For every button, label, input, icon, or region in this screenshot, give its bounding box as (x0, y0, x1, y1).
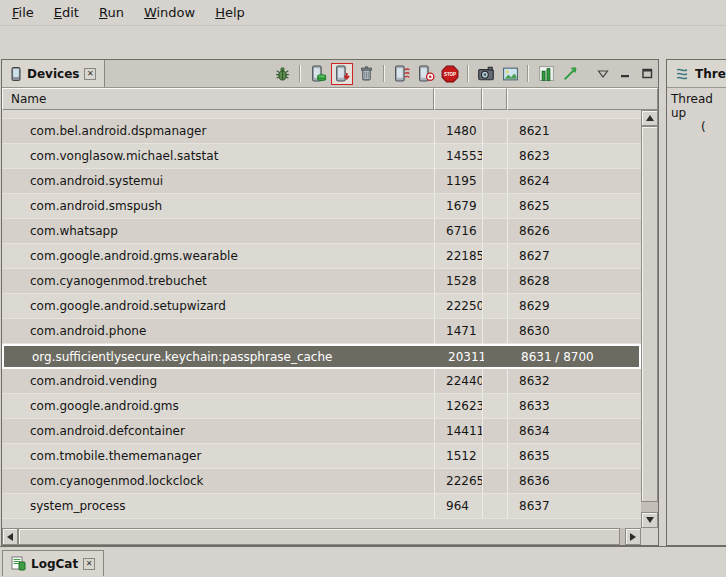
horizontal-scrollbar-area (2, 528, 658, 545)
device-row[interactable]: com.cyanogenmod.trebuchet 1528 8628 (2, 269, 641, 294)
panel-sash[interactable] (659, 59, 666, 546)
process-gap-cell (482, 269, 507, 293)
method-profiling-icon[interactable] (415, 63, 437, 85)
device-row[interactable]: com.android.defcontainer 14411 8634 (2, 419, 641, 444)
pid-column-header[interactable] (434, 88, 482, 110)
process-port: 8623 (507, 144, 641, 168)
close-icon[interactable]: ✕ (83, 558, 95, 570)
process-gap-cell (484, 346, 509, 367)
process-pid: 1480 (434, 119, 482, 143)
device-icon (10, 67, 22, 81)
scroll-up-button[interactable] (641, 110, 658, 126)
process-name: com.cyanogenmod.lockclock (2, 469, 434, 493)
process-port: 8633 (507, 394, 641, 418)
logcat-tab[interactable]: LogCat ✕ (2, 550, 104, 576)
device-row[interactable]: com.google.android.gms.wearable 22185 86… (2, 244, 641, 269)
device-row[interactable]: com.cyanogenmod.lockclock 22265 8636 (2, 469, 641, 494)
device-row[interactable]: com.android.vending 22440 8632 (2, 369, 641, 394)
process-pid: 964 (434, 494, 482, 518)
process-pid: 22265 (434, 469, 482, 493)
partial-row (2, 110, 641, 119)
process-pid: 12623 (434, 394, 482, 418)
process-pid: 14553 (434, 144, 482, 168)
device-row[interactable]: com.vonglasow.michael.satstat 14553 8623 (2, 144, 641, 169)
toolbar-separator (467, 65, 469, 82)
stop-process-icon[interactable]: STOP (439, 63, 461, 85)
process-name: org.sufficientlysecure.keychain:passphra… (4, 346, 436, 367)
device-row[interactable]: com.google.android.gms 12623 8633 (2, 394, 641, 419)
empty-column-header[interactable] (482, 88, 507, 110)
screen-record-icon[interactable] (499, 63, 521, 85)
menu-run[interactable]: Run (89, 0, 134, 25)
process-port: 8626 (507, 219, 641, 243)
dump-hprof-icon[interactable] (331, 63, 353, 85)
process-pid: 22185 (434, 244, 482, 268)
scroll-down-button[interactable] (641, 512, 658, 528)
arrow-up-right-icon[interactable] (559, 63, 581, 85)
process-pid: 1471 (434, 319, 482, 343)
device-row[interactable]: com.android.systemui 1195 8624 (2, 169, 641, 194)
menu-window[interactable]: Window (134, 0, 205, 25)
name-column-header[interactable]: Name (2, 88, 434, 110)
devices-tab-strip: Devices ✕ (2, 60, 658, 88)
logcat-tab-strip: LogCat ✕ (0, 546, 726, 576)
process-port: 8634 (507, 419, 641, 443)
process-name: com.whatsapp (2, 219, 434, 243)
maximize-icon[interactable] (639, 66, 655, 82)
device-row[interactable]: com.bel.android.dspmanager 1480 8621 (2, 119, 641, 144)
device-row[interactable]: com.google.android.setupwizard 22250 862… (2, 294, 641, 319)
debug-icon[interactable] (271, 63, 293, 85)
device-row[interactable]: com.tmobile.thememanager 1512 8635 (2, 444, 641, 469)
process-name: system_process (2, 494, 434, 518)
scroll-left-button[interactable] (2, 528, 18, 545)
right-arrow-icon (630, 533, 636, 541)
process-pid: 22440 (434, 369, 482, 393)
device-row[interactable]: com.android.smspush 1679 8625 (2, 194, 641, 219)
device-row[interactable]: org.sufficientlysecure.keychain:passphra… (2, 344, 641, 369)
scroll-right-button[interactable] (625, 528, 641, 545)
process-name: com.cyanogenmod.trebuchet (2, 269, 434, 293)
main-area: Devices ✕ (0, 59, 726, 546)
process-name: com.vonglasow.michael.satstat (2, 144, 434, 168)
process-pid: 1679 (434, 194, 482, 218)
process-name: com.google.android.gms (2, 394, 434, 418)
scrollbar-corner (641, 528, 658, 545)
update-threads-icon[interactable] (391, 63, 413, 85)
process-gap-cell (482, 294, 507, 318)
device-row[interactable]: system_process 964 8637 (2, 494, 641, 519)
process-port: 8632 (507, 369, 641, 393)
bar-chart-icon[interactable] (535, 63, 557, 85)
horizontal-scrollbar-thumb[interactable] (18, 528, 620, 545)
device-row[interactable]: com.whatsapp 6716 8626 (2, 219, 641, 244)
devices-tab[interactable]: Devices ✕ (2, 60, 105, 87)
horizontal-scrollbar[interactable] (2, 528, 641, 545)
process-gap-cell (482, 469, 507, 493)
devices-panel: Devices ✕ (1, 59, 659, 546)
close-icon[interactable]: ✕ (84, 68, 96, 80)
menu-edit[interactable]: Edit (44, 0, 89, 25)
menu-help[interactable]: Help (205, 0, 255, 25)
toolbar-separator (299, 65, 301, 82)
port-column-header[interactable] (507, 88, 658, 110)
up-arrow-icon (646, 115, 654, 121)
minimize-icon[interactable] (617, 66, 633, 82)
vertical-scrollbar[interactable] (641, 110, 658, 528)
screen-capture-icon[interactable] (475, 63, 497, 85)
process-gap-cell (482, 144, 507, 168)
toolbar-separator (527, 65, 529, 82)
process-pid: 1512 (434, 444, 482, 468)
cause-gc-icon[interactable] (355, 63, 377, 85)
left-arrow-icon (7, 533, 13, 541)
device-table-rows: com.bel.android.dspmanager 1480 8621 com… (2, 110, 641, 528)
device-row[interactable]: com.android.phone 1471 8630 (2, 319, 641, 344)
menu-file[interactable]: File (2, 0, 44, 25)
process-name: com.google.android.gms.wearable (2, 244, 434, 268)
view-menu-icon[interactable] (595, 66, 611, 82)
process-port: 8629 (507, 294, 641, 318)
vertical-scrollbar-thumb[interactable] (641, 126, 658, 502)
update-heap-icon[interactable] (307, 63, 329, 85)
threads-tab[interactable]: Threads ✕ (667, 60, 726, 87)
process-port: 8636 (507, 469, 641, 493)
process-port: 8625 (507, 194, 641, 218)
down-arrow-icon (646, 517, 654, 523)
